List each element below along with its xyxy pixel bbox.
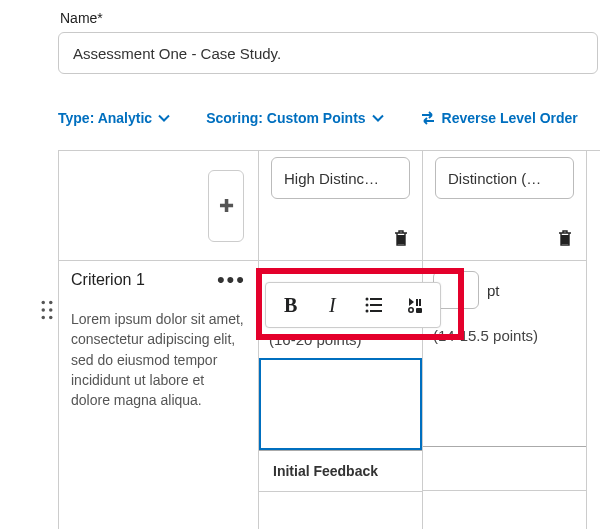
svg-point-8 xyxy=(365,304,368,307)
reverse-level-order-button[interactable]: Reverse Level Order xyxy=(420,110,578,126)
scoring-dropdown-label: Scoring: Custom Points xyxy=(206,110,365,126)
criterion-more-button[interactable]: ••• xyxy=(217,275,246,285)
criterion-name[interactable]: Criterion 1 xyxy=(71,271,145,289)
trash-icon xyxy=(558,230,572,246)
svg-point-1 xyxy=(49,301,53,305)
level-header: Distinction (… xyxy=(423,151,587,261)
chevron-down-icon xyxy=(372,112,384,124)
level-name-input[interactable]: Distinction (… xyxy=(435,157,574,199)
svg-rect-12 xyxy=(416,299,418,306)
svg-rect-11 xyxy=(370,310,382,312)
add-level-button[interactable]: ✚ xyxy=(208,170,244,242)
annotation-highlight-box: B I xyxy=(256,268,464,340)
initial-feedback-spacer xyxy=(423,446,586,490)
level-description-editor[interactable] xyxy=(423,354,586,446)
svg-point-0 xyxy=(42,301,46,305)
svg-point-2 xyxy=(42,308,46,312)
delete-level-button[interactable] xyxy=(558,230,572,250)
level-name-input[interactable]: High Distinc… xyxy=(271,157,410,199)
drag-handle[interactable] xyxy=(40,300,54,320)
initial-feedback-label[interactable]: Initial Feedback xyxy=(259,450,422,491)
chevron-down-icon xyxy=(158,112,170,124)
bullet-list-icon xyxy=(365,296,383,314)
name-field-label: Name* xyxy=(58,10,600,26)
drag-dots-icon xyxy=(40,300,54,320)
reverse-level-order-label: Reverse Level Order xyxy=(442,110,578,126)
svg-point-3 xyxy=(49,308,53,312)
delete-level-button[interactable] xyxy=(394,230,408,250)
type-dropdown[interactable]: Type: Analytic xyxy=(58,110,170,126)
svg-point-14 xyxy=(409,308,413,312)
trash-icon xyxy=(394,230,408,246)
svg-point-4 xyxy=(42,316,46,320)
italic-button[interactable]: I xyxy=(317,290,347,320)
svg-rect-15 xyxy=(416,308,422,313)
bullet-list-button[interactable] xyxy=(359,290,389,320)
level-header: High Distinc… xyxy=(259,151,423,261)
svg-rect-9 xyxy=(370,304,382,306)
svg-point-6 xyxy=(365,298,368,301)
svg-point-5 xyxy=(49,316,53,320)
level-description-editor[interactable] xyxy=(259,358,422,450)
insert-stuff-button[interactable] xyxy=(400,290,430,320)
criterion-description[interactable]: Lorem ipsum dolor sit amet, consectetur … xyxy=(71,309,246,410)
initial-feedback-editor[interactable] xyxy=(259,491,422,529)
scoring-dropdown[interactable]: Scoring: Custom Points xyxy=(206,110,383,126)
initial-feedback-editor[interactable] xyxy=(423,490,586,529)
criterion-cell: Criterion 1 ••• Lorem ipsum dolor sit am… xyxy=(59,261,259,529)
insert-stuff-icon xyxy=(406,296,424,314)
add-level-cell: ✚ xyxy=(59,151,259,261)
svg-rect-13 xyxy=(419,299,421,306)
plus-icon: ✚ xyxy=(219,195,234,217)
svg-point-10 xyxy=(365,310,368,313)
svg-rect-7 xyxy=(370,298,382,300)
name-input[interactable] xyxy=(58,32,598,74)
bold-button[interactable]: B xyxy=(276,290,306,320)
type-dropdown-label: Type: Analytic xyxy=(58,110,152,126)
rich-text-toolbar: B I xyxy=(265,282,441,328)
swap-horizontal-icon xyxy=(420,110,436,126)
points-label: pt xyxy=(487,282,500,299)
